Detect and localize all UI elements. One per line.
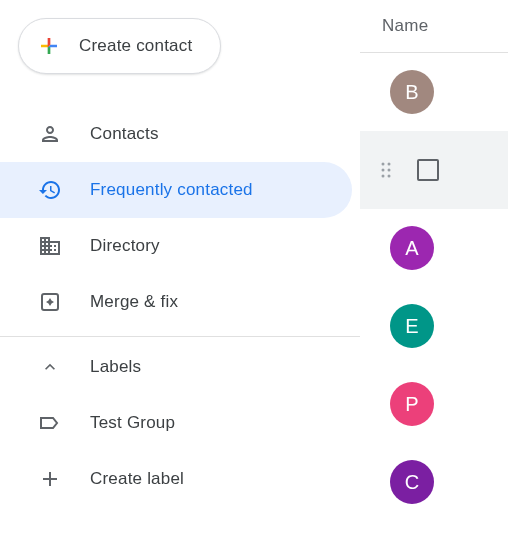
svg-point-6 — [388, 175, 391, 178]
domain-icon — [38, 234, 62, 258]
avatar: A — [390, 226, 434, 270]
sparkle-icon — [38, 290, 62, 314]
column-header-name[interactable]: Name — [382, 16, 429, 36]
svg-point-3 — [382, 169, 385, 172]
add-icon — [38, 467, 62, 491]
svg-point-5 — [382, 175, 385, 178]
drag-handle-icon[interactable] — [376, 162, 396, 178]
nav: Contacts Frequently contacted Directory — [0, 106, 360, 330]
contact-row[interactable]: P — [360, 365, 508, 443]
create-contact-label: Create contact — [79, 36, 192, 56]
contact-row[interactable]: A — [360, 209, 508, 287]
history-icon — [38, 178, 62, 202]
contact-row[interactable]: E — [360, 287, 508, 365]
nav-labels[interactable]: Labels — [0, 339, 352, 395]
chevron-up-icon — [38, 355, 62, 379]
person-icon — [38, 122, 62, 146]
nav-directory[interactable]: Directory — [0, 218, 352, 274]
avatar: C — [390, 460, 434, 504]
avatar: E — [390, 304, 434, 348]
nav-frequently-label: Frequently contacted — [90, 180, 253, 200]
label-icon — [38, 411, 62, 435]
nav-test-group[interactable]: Test Group — [0, 395, 352, 451]
avatar: P — [390, 382, 434, 426]
nav-labels-label: Labels — [90, 357, 141, 377]
create-contact-button[interactable]: Create contact — [18, 18, 221, 74]
plus-icon — [37, 34, 61, 58]
sidebar: Create contact Contacts Frequently conta… — [0, 0, 360, 545]
nav-merge-fix[interactable]: Merge & fix — [0, 274, 352, 330]
svg-point-1 — [382, 163, 385, 166]
main-content: Name BAEPC — [360, 0, 508, 545]
secondary-nav: Labels Test Group Create label — [0, 339, 360, 507]
contact-row[interactable]: B — [360, 53, 508, 131]
svg-point-4 — [388, 169, 391, 172]
nav-frequently-contacted[interactable]: Frequently contacted — [0, 162, 352, 218]
svg-point-2 — [388, 163, 391, 166]
contact-list: BAEPC — [360, 53, 508, 521]
nav-directory-label: Directory — [90, 236, 160, 256]
nav-create-label[interactable]: Create label — [0, 451, 352, 507]
contact-row[interactable] — [360, 131, 508, 209]
sidebar-divider — [0, 336, 360, 337]
nav-create-label-label: Create label — [90, 469, 184, 489]
nav-contacts[interactable]: Contacts — [0, 106, 352, 162]
contact-checkbox[interactable] — [406, 148, 450, 192]
nav-merge-label: Merge & fix — [90, 292, 178, 312]
avatar: B — [390, 70, 434, 114]
contact-row[interactable]: C — [360, 443, 508, 521]
nav-contacts-label: Contacts — [90, 124, 159, 144]
nav-test-group-label: Test Group — [90, 413, 175, 433]
list-header: Name — [360, 0, 508, 52]
